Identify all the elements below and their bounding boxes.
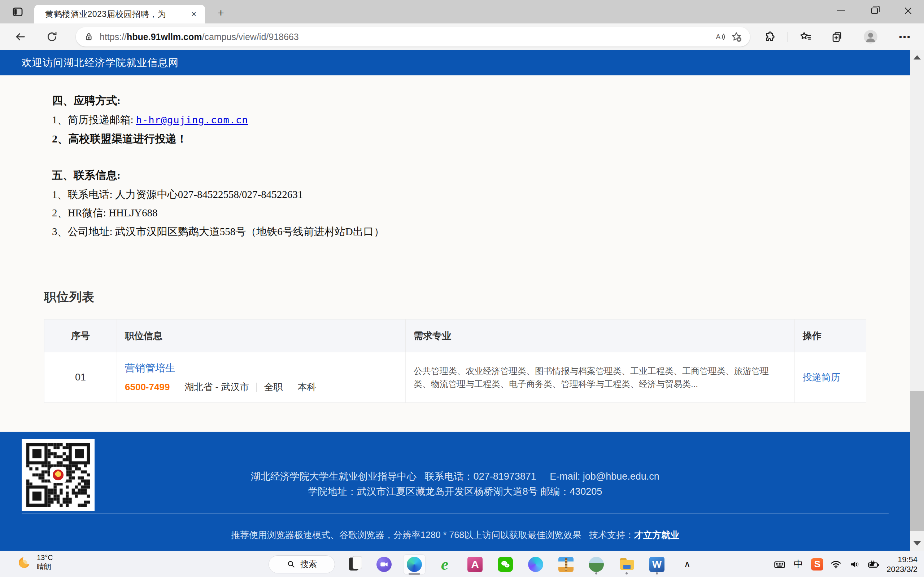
tab-close-icon[interactable]: × (188, 8, 200, 20)
ie-browser-button[interactable]: e (430, 553, 460, 575)
file-explorer-button[interactable] (611, 553, 642, 575)
sogou-input-button[interactable]: S (808, 555, 827, 574)
design-app-button[interactable] (520, 553, 551, 575)
taskbar-center: 搜索 e A W ∧ (234, 551, 703, 577)
speaker-icon (849, 559, 861, 570)
majors-text: 公共管理类、农业经济管理类、图书情报与档案管理类、工业工程类、工商管理类、旅游管… (414, 364, 795, 390)
footer-address-line: 学院地址：武汉市江夏区藏龙岛开发区杨桥湖大道8号 邮编：430205 (0, 485, 910, 498)
collections-icon[interactable] (828, 28, 845, 45)
swirl-app-icon (528, 557, 543, 572)
zip-app-button[interactable] (551, 553, 581, 575)
col-index: 序号 (44, 319, 117, 352)
ime-indicator[interactable]: 中 (789, 555, 808, 574)
job-type: 全职 (264, 381, 283, 393)
keyboard-icon (774, 558, 786, 571)
chevron-up-icon: ∧ (683, 559, 690, 570)
task-view-icon (346, 557, 361, 572)
volume-button[interactable] (845, 555, 864, 574)
job-location: 湖北省 - 武汉市 (184, 381, 249, 393)
contact-item-wechat: 2、HR微信: HHLJY688 (52, 206, 157, 220)
photos-app-button[interactable] (581, 553, 611, 575)
back-button[interactable] (11, 28, 29, 45)
svg-text:A: A (716, 33, 721, 40)
col-job-info: 职位信息 (117, 319, 406, 352)
video-meeting-icon (376, 557, 392, 572)
wifi-button[interactable] (827, 555, 845, 574)
meeting-app-button[interactable] (369, 553, 399, 575)
show-hidden-icons-button[interactable]: ∧ (672, 553, 703, 575)
profile-avatar[interactable] (862, 28, 879, 45)
sogou-icon: S (811, 558, 823, 571)
edge-browser-button[interactable] (399, 553, 430, 575)
submit-resume-link[interactable]: 投递简历 (803, 371, 840, 384)
extensions-icon[interactable] (761, 28, 778, 45)
meta-divider (177, 383, 177, 392)
add-favorite-icon[interactable] (729, 29, 744, 45)
weather-widget[interactable]: 13°C晴朗 (16, 553, 53, 571)
job-degree: 本科 (297, 381, 316, 393)
word-app-button[interactable]: W (642, 553, 672, 575)
folder-icon (619, 557, 634, 572)
new-tab-button[interactable]: + (214, 6, 228, 20)
job-meta: 6500-7499 湖北省 - 武汉市 全职 本科 (125, 381, 316, 393)
battery-charging-icon (867, 558, 880, 571)
battery-button[interactable] (864, 555, 883, 574)
ime-chinese-label: 中 (794, 558, 803, 571)
lock-icon (84, 32, 94, 42)
taskbar: 13°C晴朗 搜索 e A W ∧ 中 S (0, 551, 924, 577)
window-minimize-button[interactable] (828, 0, 854, 22)
col-action: 操作 (795, 319, 867, 352)
start-button[interactable] (234, 553, 265, 575)
page-content: 四、应聘方式: 1、简历投递邮箱: h-hr@gujing.com.cn 2、高… (0, 76, 910, 432)
browser-tab[interactable]: 黄鹤楼酒业2023届校园招聘，为 × (34, 5, 205, 23)
col-majors: 需求专业 (406, 319, 795, 352)
clock-date: 2023/3/2 (887, 564, 918, 574)
wechat-button[interactable] (490, 553, 520, 575)
toolbar-separator (788, 32, 788, 42)
window-close-button[interactable] (895, 0, 921, 22)
wifi-icon (830, 559, 842, 570)
url-text: https://hbue.91wllm.com/campus/view/id/9… (100, 32, 712, 42)
salary-range: 6500-7499 (125, 382, 170, 393)
word-icon: W (649, 557, 664, 572)
clock-time: 19:54 (887, 554, 918, 564)
section-apply-title: 四、应聘方式: (52, 93, 121, 108)
taskbar-clock[interactable]: 19:54 2023/3/2 (887, 554, 918, 574)
support-vendor: 才立方就业 (634, 530, 679, 540)
refresh-button[interactable] (43, 28, 61, 45)
taskbar-search[interactable]: 搜索 (268, 555, 335, 574)
job-list-title: 职位列表 (44, 289, 95, 305)
cell-index: 01 (44, 352, 117, 403)
screen: 黄鹤楼酒业2023届校园招聘，为 × + https://hbue.91wllm… (0, 0, 924, 577)
task-view-button[interactable] (339, 553, 369, 575)
address-bar[interactable]: https://hbue.91wllm.com/campus/view/id/9… (76, 27, 750, 47)
window-restore-button[interactable] (862, 0, 887, 22)
page-viewport: 欢迎访问湖北经济学院就业信息网 四、应聘方式: 1、简历投递邮箱: h-hr@g… (0, 50, 910, 551)
apply-item-alliance: 2、高校联盟渠道进行投递！ (52, 132, 187, 147)
section-contact-title: 五、联系信息: (52, 168, 121, 183)
email-link[interactable]: h-hr@gujing.com.cn (136, 114, 248, 126)
cell-job-info: 营销管培生 6500-7499 湖北省 - 武汉市 全职 本科 (117, 352, 406, 403)
settings-more-icon[interactable]: ⋯ (896, 28, 913, 45)
access-app-button[interactable]: A (460, 553, 490, 575)
scrollbar-up-icon[interactable] (914, 55, 921, 60)
touch-keyboard-button[interactable] (770, 555, 789, 574)
green-e-browser-icon: e (437, 557, 452, 572)
footer-notice: 推荐使用浏览器极速模式、谷歌浏览器，分辨率1280 * 768以上访问以获取最佳… (0, 529, 910, 541)
access-icon: A (467, 557, 483, 572)
zip-archive-icon (558, 557, 573, 572)
contact-item-phone: 1、联系电话: 人力资源中心027-84522558/027-84522631 (52, 187, 303, 202)
footer-divider (22, 514, 888, 514)
tab-actions-menu-icon[interactable] (10, 4, 25, 19)
job-title-link[interactable]: 营销管培生 (125, 361, 316, 375)
favorites-icon[interactable] (797, 28, 814, 45)
apply-item-email: 1、简历投递邮箱: h-hr@gujing.com.cn (52, 113, 248, 127)
site-footer: 湖北经济学院大学生就业创业指导中心 联系电话：027-81973871 E-ma… (0, 432, 910, 551)
windows-logo-icon (242, 557, 257, 572)
edge-icon (407, 557, 422, 572)
scrollbar-thumb[interactable] (910, 391, 924, 531)
search-label: 搜索 (300, 559, 317, 570)
read-aloud-icon[interactable]: A (712, 29, 729, 45)
page-scrollbar[interactable] (910, 50, 924, 551)
scrollbar-down-icon[interactable] (914, 541, 921, 546)
